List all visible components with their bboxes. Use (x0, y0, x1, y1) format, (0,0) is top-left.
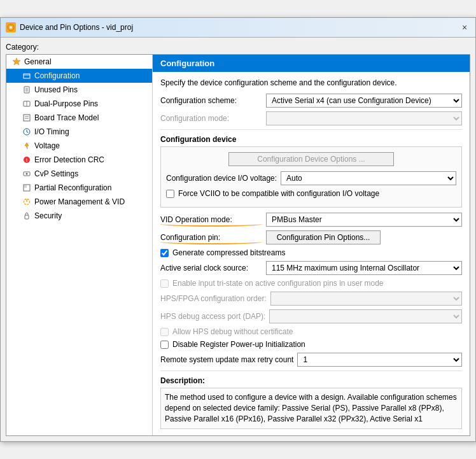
disable-register-checkbox[interactable] (160, 341, 169, 349)
config-scheme-select[interactable]: Active Serial x4 (can use Configuration … (266, 94, 462, 108)
hps-fpga-label: HPS/FPGA configuration order: (160, 294, 267, 303)
power-icon (22, 197, 32, 207)
cvp-icon (22, 169, 32, 179)
disable-register-label: Disable Register Power-up Initialization (172, 340, 305, 349)
config-device-section-label: Configuration device (160, 135, 462, 144)
config-scheme-label: Configuration scheme: (160, 96, 262, 105)
svg-rect-26 (25, 215, 29, 219)
hps-debug-label: HPS debug access port (DAP): (160, 312, 265, 321)
close-button[interactable]: × (459, 22, 470, 33)
sidebar-label-dual-purpose: Dual-Purpose Pins (34, 99, 98, 108)
category-label: Category: (6, 43, 470, 52)
enable-tristate-row: Enable input tri-state on active configu… (160, 279, 462, 288)
app-icon (6, 22, 16, 32)
config-device-options-btn[interactable]: Configuration Device Options ... (228, 152, 394, 166)
enable-tristate-label: Enable input tri-state on active configu… (172, 279, 384, 288)
generate-compressed-checkbox[interactable] (160, 249, 169, 257)
enable-tristate-checkbox[interactable] (160, 279, 169, 288)
config-device-io-label: Configuration device I/O voltage: (166, 174, 277, 183)
remote-system-row: Remote system update max retry count 1 (160, 353, 462, 367)
vid-operation-row: VID Operation mode: PMBus Master (160, 213, 462, 227)
sidebar-item-cvp[interactable]: CvP Settings (6, 167, 152, 181)
force-vccio-row: Force VCIIO to be compatible with config… (166, 189, 456, 198)
allow-hps-row: Allow HPS debug without certificate (160, 327, 462, 336)
hps-debug-select[interactable] (269, 309, 462, 323)
sidebar-item-board-trace[interactable]: Board Trace Model (6, 111, 152, 125)
config-device-io-select[interactable]: Auto (281, 171, 456, 185)
board-trace-icon (22, 113, 32, 123)
main-layout: General Configuration (6, 54, 470, 435)
config-pin-btn[interactable]: Configuration Pin Options... (266, 230, 381, 244)
content-body: Specify the device configuration scheme … (153, 72, 470, 435)
hps-fpga-select[interactable] (270, 292, 462, 306)
vid-operation-label: VID Operation mode: (160, 215, 262, 224)
hps-debug-row: HPS debug access port (DAP): (160, 309, 462, 323)
sidebar-item-power-management[interactable]: Power Management & VID (6, 195, 152, 209)
svg-point-21 (26, 173, 28, 175)
window-title: Device and Pin Options - vid_proj (20, 23, 133, 32)
dual-purpose-icon (22, 99, 32, 109)
description-section-label: Description: (160, 376, 462, 385)
sidebar-item-error-detection[interactable]: ! Error Detection CRC (6, 153, 152, 167)
remote-system-label: Remote system update max retry count (160, 355, 293, 364)
svg-marker-2 (13, 58, 20, 65)
config-pin-row: Configuration pin: Configuration Pin Opt… (160, 230, 462, 244)
svg-rect-11 (24, 115, 30, 121)
config-device-box: Configuration Device Options ... Configu… (160, 146, 462, 208)
sidebar-label-voltage: Voltage (34, 141, 60, 150)
svg-rect-23 (24, 185, 27, 188)
sidebar-item-security[interactable]: Security (6, 209, 152, 223)
sidebar-label-io-timing: I/O Timing (34, 127, 69, 136)
config-device-voltage-row: Configuration device I/O voltage: Auto (166, 171, 456, 185)
window-body: Category: General (1, 38, 475, 441)
sidebar-item-unused-pins[interactable]: Unused Pins (6, 83, 152, 97)
config-mode-label: Configuration mode: (160, 114, 262, 123)
sidebar-label-general: General (24, 57, 52, 66)
config-icon (22, 71, 32, 81)
error-icon: ! (22, 155, 32, 165)
sidebar: General Configuration (6, 55, 153, 435)
svg-point-1 (10, 26, 12, 29)
partial-icon (22, 183, 32, 193)
force-vccio-label: Force VCIIO to be compatible with config… (178, 189, 379, 198)
sidebar-item-dual-purpose[interactable]: Dual-Purpose Pins (6, 97, 152, 111)
vid-operation-select[interactable]: PMBus Master (266, 213, 462, 227)
divider-2 (160, 371, 462, 371)
sidebar-item-partial-reconfig[interactable]: Partial Reconfiguration (6, 181, 152, 195)
description-text: Specify the device configuration scheme … (160, 78, 462, 87)
config-mode-row: Configuration mode: (160, 111, 462, 125)
sidebar-item-voltage[interactable]: Voltage (6, 139, 152, 153)
generate-compressed-row: Generate compressed bitstreams (160, 248, 462, 257)
sidebar-label-partial: Partial Reconfiguration (34, 183, 111, 192)
star-icon (11, 57, 22, 67)
sidebar-label-power: Power Management & VID (34, 197, 125, 206)
unused-pins-icon (22, 85, 32, 95)
sidebar-item-configuration[interactable]: Configuration (6, 69, 152, 83)
allow-hps-checkbox[interactable] (160, 328, 169, 336)
sidebar-label-error-detection: Error Detection CRC (34, 155, 104, 164)
config-device-inner: Configuration Device Options ... (166, 152, 456, 166)
security-icon (22, 211, 32, 221)
sidebar-item-general[interactable]: General (6, 55, 152, 69)
force-vccio-checkbox[interactable] (166, 190, 174, 198)
sidebar-label-board-trace: Board Trace Model (34, 113, 99, 122)
svg-text:!: ! (26, 158, 27, 162)
title-bar-left: Device and Pin Options - vid_proj (6, 22, 133, 32)
sidebar-label-security: Security (34, 211, 62, 220)
svg-marker-17 (25, 143, 29, 149)
sidebar-label-configuration: Configuration (34, 71, 80, 80)
generate-compressed-label: Generate compressed bitstreams (172, 248, 285, 257)
sidebar-item-io-timing[interactable]: I/O Timing (6, 125, 152, 139)
main-window: Device and Pin Options - vid_proj × Cate… (0, 17, 476, 441)
config-pin-label: Configuration pin: (160, 233, 262, 242)
active-clock-label: Active serial clock source: (160, 264, 262, 272)
disable-register-row: Disable Register Power-up Initialization (160, 340, 462, 349)
active-clock-select[interactable]: 115 MHz maximum using Internal Oscillato… (266, 261, 462, 275)
divider-1 (160, 129, 462, 130)
svg-rect-3 (24, 74, 30, 78)
title-bar: Device and Pin Options - vid_proj × (1, 18, 475, 38)
config-mode-select[interactable] (266, 111, 462, 125)
voltage-icon (22, 141, 32, 151)
sidebar-label-cvp: CvP Settings (34, 169, 78, 178)
remote-system-select[interactable]: 1 (297, 353, 462, 367)
